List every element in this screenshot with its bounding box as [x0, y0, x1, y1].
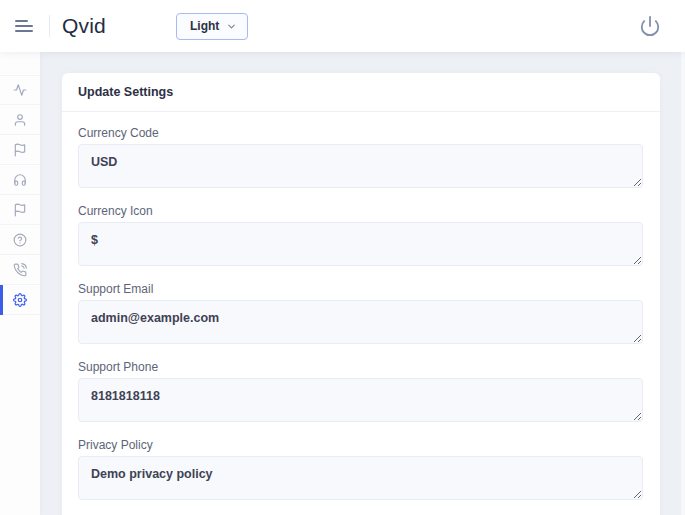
hamburger-icon[interactable] — [15, 16, 37, 36]
activity-icon — [13, 83, 27, 97]
field-privacy-policy: Privacy Policy — [78, 438, 643, 504]
card-body: Currency CodeCurrency IconSupport EmailS… — [62, 112, 660, 515]
flag-icon — [13, 203, 27, 217]
chevron-down-icon — [226, 21, 237, 32]
app-window: Qvid Light Update Settings Currency Code… — [0, 0, 685, 515]
sidebar-item-activity[interactable] — [0, 75, 40, 105]
topbar-divider — [49, 15, 50, 37]
currency-icon-input[interactable] — [78, 222, 643, 266]
sidebar-item-flags[interactable] — [0, 135, 40, 165]
field-support-phone: Support Phone — [78, 360, 643, 426]
topbar: Qvid Light — [0, 0, 685, 52]
currency-code-input[interactable] — [78, 144, 643, 188]
power-icon[interactable] — [637, 13, 663, 39]
support-phone-input[interactable] — [78, 378, 643, 422]
headphones-icon — [13, 173, 27, 187]
settings-card: Update Settings Currency CodeCurrency Ic… — [62, 73, 660, 515]
field-label: Privacy Policy — [78, 438, 643, 452]
scrollbar-track[interactable] — [681, 52, 685, 515]
sidebar — [0, 52, 40, 515]
field-label: Support Email — [78, 282, 643, 296]
field-label: Currency Code — [78, 126, 643, 140]
page-title: Update Settings — [78, 85, 173, 99]
card-header: Update Settings — [62, 73, 660, 112]
sidebar-item-users[interactable] — [0, 105, 40, 135]
field-support-email: Support Email — [78, 282, 643, 348]
field-label: Support Phone — [78, 360, 643, 374]
theme-dropdown[interactable]: Light — [176, 13, 248, 40]
sidebar-item-settings[interactable] — [0, 285, 40, 315]
user-icon — [13, 113, 27, 127]
gear-icon — [13, 293, 27, 307]
field-label: Currency Icon — [78, 204, 643, 218]
help-circle-icon — [13, 233, 27, 247]
theme-dropdown-value: Light — [190, 19, 219, 33]
field-currency-icon: Currency Icon — [78, 204, 643, 270]
field-currency-code: Currency Code — [78, 126, 643, 192]
sidebar-item-reports[interactable] — [0, 195, 40, 225]
phone-call-icon — [13, 263, 27, 277]
sidebar-item-support[interactable] — [0, 165, 40, 195]
privacy-policy-input[interactable] — [78, 456, 643, 500]
brand-logo: Qvid — [62, 14, 106, 38]
sidebar-item-contact[interactable] — [0, 255, 40, 285]
support-email-input[interactable] — [78, 300, 643, 344]
sidebar-item-help[interactable] — [0, 225, 40, 255]
flag-icon — [13, 143, 27, 157]
